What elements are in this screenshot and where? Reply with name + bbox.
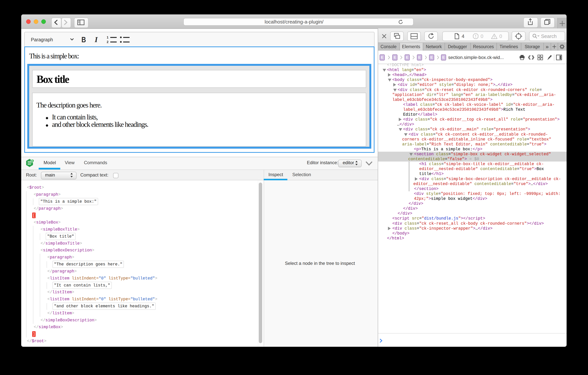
svg-text:1: 1 xyxy=(107,36,108,39)
svg-text:2: 2 xyxy=(107,40,108,44)
